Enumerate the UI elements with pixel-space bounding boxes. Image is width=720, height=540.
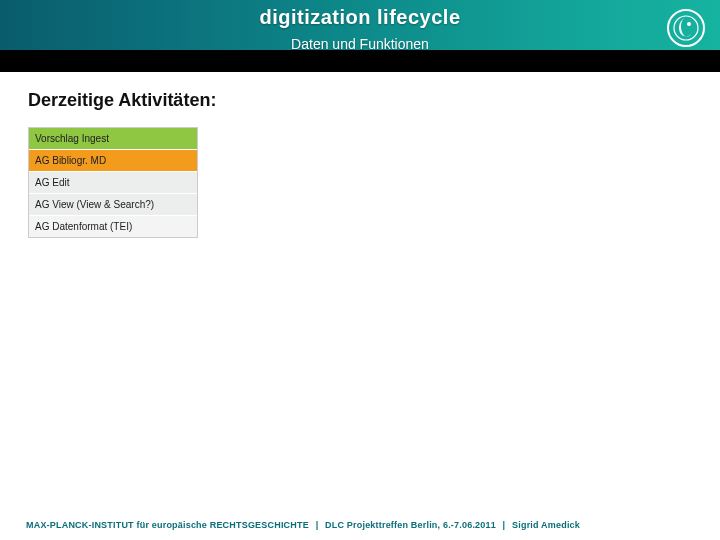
slide-title: digitization lifecycle xyxy=(0,6,720,29)
slide-header: digitization lifecycle Daten und Funktio… xyxy=(0,0,720,72)
activity-item: AG Edit xyxy=(29,171,197,193)
footer-sep-1: | xyxy=(312,520,323,530)
header-black-band xyxy=(0,50,720,72)
footer-org: MAX-PLANCK-INSTITUT für europäische RECH… xyxy=(26,520,309,530)
activity-item: AG View (View & Search?) xyxy=(29,193,197,215)
activity-item: AG Datenformat (TEI) xyxy=(29,215,197,237)
footer-sep-2: | xyxy=(499,520,510,530)
svg-point-2 xyxy=(687,22,691,26)
footer-author: Sigrid Amedick xyxy=(512,520,580,530)
activity-item: Vorschlag Ingest xyxy=(29,128,197,149)
activity-item: AG Bibliogr. MD xyxy=(29,149,197,171)
footer-event: DLC Projekttreffen Berlin, 6.-7.06.2011 xyxy=(325,520,496,530)
slide-body: Derzeitige Aktivitäten: Vorschlag Ingest… xyxy=(0,72,720,238)
section-heading: Derzeitige Aktivitäten: xyxy=(28,90,692,111)
activity-list: Vorschlag IngestAG Bibliogr. MDAG EditAG… xyxy=(28,127,198,238)
minerva-logo-icon xyxy=(666,8,706,48)
slide-footer: MAX-PLANCK-INSTITUT für europäische RECH… xyxy=(0,520,720,530)
